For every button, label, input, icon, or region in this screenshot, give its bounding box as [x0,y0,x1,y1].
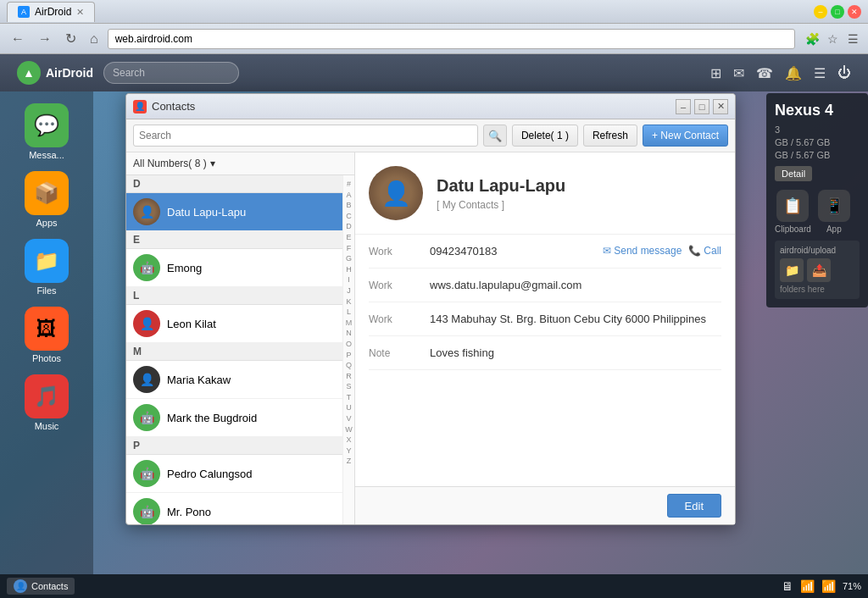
alpha-hash[interactable]: # [347,179,351,190]
contact-item-emong[interactable]: 🤖 Emong [126,249,342,287]
contact-avatar-leon: 👤 [133,310,160,337]
alpha-h[interactable]: H [346,264,352,275]
reload-button[interactable]: ↻ [61,29,81,48]
field-label-email: Work [369,279,420,291]
contact-item-mrpono[interactable]: 🤖 Mr. Pono [126,493,342,524]
contact-list-scroll: D 👤 Datu Lapu-Lapu E 🤖 Emong L [126,175,342,524]
edit-contact-button[interactable]: Edit [667,494,721,518]
alpha-k[interactable]: K [346,296,351,307]
messages-icon[interactable]: ✉ [733,65,744,81]
alpha-u[interactable]: U [346,402,352,413]
power-icon[interactable]: ⏻ [837,65,851,81]
contacts-maximize-btn[interactable]: □ [694,99,709,114]
call-icon: 📞 [688,245,701,257]
music-app-label: Music [35,421,59,431]
sidebar-item-files[interactable]: 📁 Files [8,235,85,299]
minimize-button[interactable]: – [814,5,827,19]
contacts-toolbar: 🔍 Delete( 1 ) Refresh + New Contact [126,119,735,152]
apps-app-icon: 📦 [25,171,69,215]
alpha-t[interactable]: T [347,392,352,403]
contact-name-datu: Datu Lapu-Lapu [167,206,246,219]
alpha-p[interactable]: P [346,350,351,361]
menu-dots-icon[interactable]: ☰ [814,65,826,81]
alpha-r[interactable]: R [346,371,352,382]
alpha-v[interactable]: V [346,413,351,424]
alpha-x[interactable]: X [346,435,351,446]
star-icon[interactable]: ☆ [824,30,841,47]
sidebar-item-music[interactable]: 🎵 Music [8,371,85,435]
contact-item-mark[interactable]: 🤖 Mark the Bugdroid [126,399,342,437]
taskbar-signal-icon: 📶 [821,579,836,593]
alpha-n[interactable]: N [346,328,352,339]
folder-icon[interactable]: 📁 [780,258,804,282]
address-bar[interactable] [108,29,795,49]
tab-close-btn[interactable]: ✕ [76,7,84,18]
calls-icon[interactable]: ☎ [756,65,773,81]
contact-list-panel: All Numbers( 8 ) ▾ D 👤 Datu Lapu-Lapu E [126,152,355,524]
contacts-search-input[interactable] [133,125,478,147]
close-button[interactable]: ✕ [848,5,861,19]
alpha-sidebar: # A B C D E F G H I J K L M N [342,175,354,524]
app-item[interactable]: 📱 App [818,190,850,234]
forward-button[interactable]: → [34,30,56,48]
filter-bar[interactable]: All Numbers( 8 ) ▾ [126,152,354,175]
alpha-s[interactable]: S [346,381,351,392]
delete-contact-button[interactable]: Delete( 1 ) [512,125,578,147]
field-label-phone: Work [369,245,420,257]
alpha-y[interactable]: Y [346,446,351,457]
upload-icon[interactable]: 📤 [807,258,831,282]
airdroid-search-input[interactable] [103,62,239,84]
contacts-search-button[interactable]: 🔍 [483,125,507,147]
refresh-contacts-button[interactable]: Refresh [583,125,637,147]
contact-item-datu[interactable]: 👤 Datu Lapu-Lapu [126,193,342,231]
app-label: App [826,224,842,234]
contact-item-maria[interactable]: 👤 Maria Kakaw [126,361,342,399]
sidebar-item-photos[interactable]: 🖼 Photos [8,303,85,367]
alpha-e[interactable]: E [346,232,351,243]
menu-icon[interactable]: ☰ [844,30,861,47]
filter-label: All Numbers( 8 ) [133,158,207,169]
alpha-c[interactable]: C [346,211,352,222]
alpha-z[interactable]: Z [347,456,352,467]
clipboard-item[interactable]: 📋 Clipboard [775,190,811,234]
field-label-note: Note [369,346,420,359]
alpha-a[interactable]: A [346,190,351,201]
alpha-w[interactable]: W [345,424,353,435]
messages-app-label: Messa... [29,150,64,160]
alpha-m[interactable]: M [346,318,353,329]
alpha-g[interactable]: G [346,253,352,264]
notifications-icon[interactable]: 🔔 [785,65,802,81]
contacts-close-btn[interactable]: ✕ [713,99,728,114]
sidebar-item-messages[interactable]: 💬 Messa... [8,100,85,163]
alpha-d[interactable]: D [346,221,352,232]
alpha-i[interactable]: I [348,274,350,285]
browser-tab[interactable]: A AirDroid ✕ [7,2,95,22]
alpha-b[interactable]: B [346,200,351,211]
home-button[interactable]: ⌂ [86,30,103,48]
nexus-detail-button[interactable]: Detail [775,166,812,181]
contacts-minimize-btn[interactable]: – [676,99,691,114]
alpha-f[interactable]: F [347,243,352,254]
call-button[interactable]: 📞 Call [688,245,721,257]
extensions-icon[interactable]: 🧩 [804,30,821,47]
contact-name-mark: Mark the Bugdroid [167,412,257,424]
field-row-note: Note Loves fishing [369,336,721,370]
taskbar-contacts-item[interactable]: 👤 Contacts [7,578,75,595]
edit-bar: Edit [355,486,735,524]
send-message-button[interactable]: ✉ Send message [603,245,682,257]
apps-grid-icon[interactable]: ⊞ [710,65,721,81]
contact-item-leon[interactable]: 👤 Leon Kilat [126,305,342,343]
back-button[interactable]: ← [7,30,29,48]
alpha-j[interactable]: J [347,285,351,296]
contact-item-pedro[interactable]: 🤖 Pedro Calungsod [126,455,342,493]
new-contact-button[interactable]: + New Contact [643,125,728,147]
sidebar-item-apps[interactable]: 📦 Apps [8,168,85,231]
alpha-l[interactable]: L [347,307,351,318]
field-value-email: wws.datu.lapulapu@gmail.com [430,279,721,291]
taskbar-wifi-icon: 📶 [800,579,815,593]
maximize-button[interactable]: □ [831,5,844,19]
tab-label: AirDroid [35,6,71,18]
files-app-icon: 📁 [25,239,69,283]
alpha-o[interactable]: O [346,339,352,350]
alpha-q[interactable]: Q [346,360,352,371]
